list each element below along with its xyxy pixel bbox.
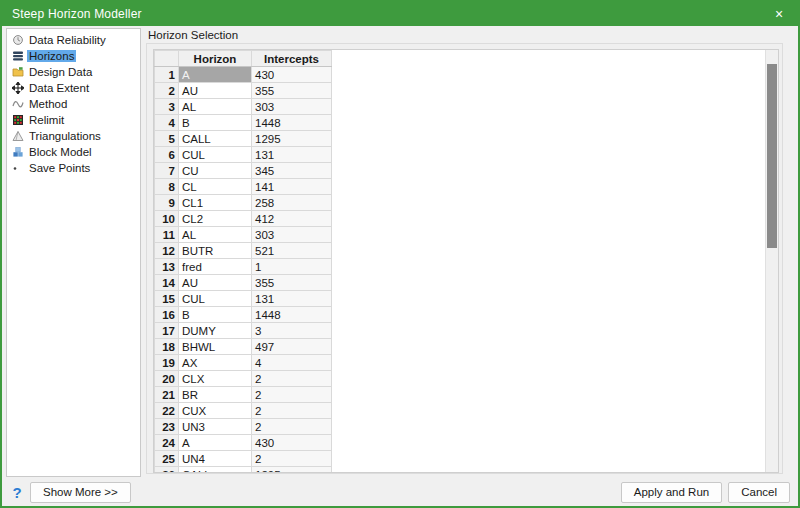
row-number-cell[interactable]: 1 <box>155 67 179 83</box>
intercepts-cell[interactable]: 1295 <box>252 131 332 147</box>
horizon-cell[interactable]: AL <box>179 227 252 243</box>
horizon-cell[interactable]: B <box>179 115 252 131</box>
sidebar-item-block-model[interactable]: Block Model <box>9 144 138 160</box>
table-row: 7CU345 <box>155 163 332 179</box>
row-number-cell[interactable]: 10 <box>155 211 179 227</box>
intercepts-cell[interactable]: 430 <box>252 67 332 83</box>
intercepts-cell[interactable]: 355 <box>252 83 332 99</box>
row-number-cell[interactable]: 5 <box>155 131 179 147</box>
row-number-cell[interactable]: 3 <box>155 99 179 115</box>
row-number-cell[interactable]: 2 <box>155 83 179 99</box>
row-number-cell[interactable]: 17 <box>155 323 179 339</box>
intercepts-cell[interactable]: 497 <box>252 339 332 355</box>
row-number-cell[interactable]: 24 <box>155 435 179 451</box>
horizon-cell[interactable]: AU <box>179 83 252 99</box>
intercepts-cell[interactable]: 1448 <box>252 307 332 323</box>
intercepts-cell[interactable]: 141 <box>252 179 332 195</box>
horizon-cell[interactable]: CALL <box>179 131 252 147</box>
horizon-cell[interactable]: CALL <box>179 467 252 474</box>
horizon-cell[interactable]: AU <box>179 275 252 291</box>
horizon-cell[interactable]: UN4 <box>179 451 252 467</box>
horizon-cell[interactable]: DUMY <box>179 323 252 339</box>
row-number-cell[interactable]: 14 <box>155 275 179 291</box>
sidebar-item-data-reliability[interactable]: Data Reliability <box>9 32 138 48</box>
sidebar-item-triangulations[interactable]: Triangulations <box>9 128 138 144</box>
horizon-cell[interactable]: A <box>179 67 252 83</box>
row-number-cell[interactable]: 15 <box>155 291 179 307</box>
sidebar-item-relimit[interactable]: Relimit <box>9 112 138 128</box>
horizon-cell[interactable]: CUL <box>179 291 252 307</box>
intercepts-cell[interactable]: 131 <box>252 291 332 307</box>
intercepts-cell[interactable]: 412 <box>252 211 332 227</box>
vertical-scrollbar[interactable] <box>765 50 778 472</box>
row-number-cell[interactable]: 7 <box>155 163 179 179</box>
row-number-cell[interactable]: 18 <box>155 339 179 355</box>
sidebar-item-data-extent[interactable]: Data Extent <box>9 80 138 96</box>
intercepts-cell[interactable]: 258 <box>252 195 332 211</box>
row-number-cell[interactable]: 9 <box>155 195 179 211</box>
intercepts-cell[interactable]: 2 <box>252 451 332 467</box>
sidebar-item-method[interactable]: Method <box>9 96 138 112</box>
horizon-cell[interactable]: CL1 <box>179 195 252 211</box>
row-number-cell[interactable]: 19 <box>155 355 179 371</box>
intercepts-cell[interactable]: 2 <box>252 419 332 435</box>
close-icon[interactable]: × <box>770 5 788 23</box>
show-more-button[interactable]: Show More >> <box>30 482 131 503</box>
row-number-cell[interactable]: 20 <box>155 371 179 387</box>
row-number-cell[interactable]: 13 <box>155 259 179 275</box>
row-number-cell[interactable]: 26 <box>155 467 179 474</box>
sidebar-item-horizons[interactable]: Horizons <box>9 48 138 64</box>
row-number-cell[interactable]: 21 <box>155 387 179 403</box>
horizon-cell[interactable]: AX <box>179 355 252 371</box>
intercepts-cell[interactable]: 521 <box>252 243 332 259</box>
column-header-intercepts[interactable]: Intercepts <box>252 51 332 67</box>
horizon-cell[interactable]: CL <box>179 179 252 195</box>
sidebar-item-save-points[interactable]: Save Points <box>9 160 138 176</box>
horizon-cell[interactable]: BR <box>179 387 252 403</box>
row-number-cell[interactable]: 23 <box>155 419 179 435</box>
cancel-button[interactable]: Cancel <box>728 482 790 503</box>
scrollbar-thumb[interactable] <box>767 64 777 248</box>
row-number-cell[interactable]: 16 <box>155 307 179 323</box>
intercepts-cell[interactable]: 2 <box>252 387 332 403</box>
intercepts-cell[interactable]: 4 <box>252 355 332 371</box>
horizon-cell[interactable]: CUX <box>179 403 252 419</box>
sidebar-item-label: Save Points <box>27 162 92 174</box>
horizon-cell[interactable]: CU <box>179 163 252 179</box>
horizon-cell[interactable]: BUTR <box>179 243 252 259</box>
horizon-cell[interactable]: BHWL <box>179 339 252 355</box>
horizon-cell[interactable]: CUL <box>179 147 252 163</box>
row-number-cell[interactable]: 11 <box>155 227 179 243</box>
row-number-cell[interactable]: 4 <box>155 115 179 131</box>
row-number-cell[interactable]: 6 <box>155 147 179 163</box>
intercepts-cell[interactable]: 2 <box>252 371 332 387</box>
sidebar-item-label: Block Model <box>27 146 94 158</box>
intercepts-cell[interactable]: 131 <box>252 147 332 163</box>
row-number-cell[interactable]: 8 <box>155 179 179 195</box>
intercepts-cell[interactable]: 1448 <box>252 115 332 131</box>
intercepts-cell[interactable]: 355 <box>252 275 332 291</box>
row-number-cell[interactable]: 12 <box>155 243 179 259</box>
help-icon[interactable]: ? <box>10 484 24 501</box>
horizon-cell[interactable]: CLX <box>179 371 252 387</box>
save-points-icon <box>11 162 24 175</box>
horizon-cell[interactable]: fred <box>179 259 252 275</box>
horizon-cell[interactable]: CL2 <box>179 211 252 227</box>
column-header-horizon[interactable]: Horizon <box>179 51 252 67</box>
intercepts-cell[interactable]: 1 <box>252 259 332 275</box>
intercepts-cell[interactable]: 3 <box>252 323 332 339</box>
intercepts-cell[interactable]: 345 <box>252 163 332 179</box>
intercepts-cell[interactable]: 303 <box>252 99 332 115</box>
horizon-cell[interactable]: UN3 <box>179 419 252 435</box>
horizon-cell[interactable]: B <box>179 307 252 323</box>
intercepts-cell[interactable]: 1295 <box>252 467 332 474</box>
apply-and-run-button[interactable]: Apply and Run <box>621 482 722 503</box>
intercepts-cell[interactable]: 430 <box>252 435 332 451</box>
horizon-cell[interactable]: A <box>179 435 252 451</box>
sidebar-item-design-data[interactable]: Design Data <box>9 64 138 80</box>
row-number-cell[interactable]: 22 <box>155 403 179 419</box>
horizon-cell[interactable]: AL <box>179 99 252 115</box>
intercepts-cell[interactable]: 2 <box>252 403 332 419</box>
row-number-cell[interactable]: 25 <box>155 451 179 467</box>
intercepts-cell[interactable]: 303 <box>252 227 332 243</box>
